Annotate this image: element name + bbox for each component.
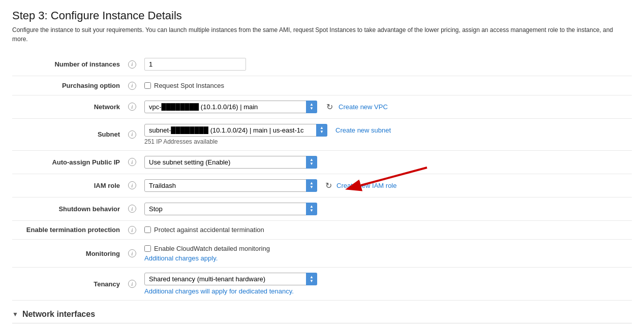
- termination-label: Protect against accidental termination: [154, 226, 264, 234]
- info-icon-auto-assign[interactable]: i: [128, 158, 136, 166]
- network-interfaces-divider: [12, 323, 632, 323]
- spot-instances-label: Request Spot Instances: [154, 82, 224, 89]
- control-number-of-instances: [140, 53, 632, 76]
- label-auto-assign-ip: Auto-assign Public IP: [12, 150, 124, 174]
- subnet-select-wrapper-inner: subnet-████████ (10.1.0.0/24) | main | u…: [144, 124, 327, 137]
- info-number-of-instances: i: [124, 53, 140, 76]
- info-purchasing-option: i: [124, 76, 140, 95]
- label-tenancy: Tenancy: [12, 268, 124, 301]
- create-iam-role-link[interactable]: Create new IAM role: [336, 182, 397, 189]
- control-termination-protection: Protect against accidental termination: [140, 220, 632, 240]
- label-shutdown-behavior: Shutdown behavior: [12, 197, 124, 220]
- termination-checkbox[interactable]: [144, 226, 151, 233]
- main-content: Step 3: Configure Instance Details Confi…: [0, 0, 644, 328]
- label-monitoring: Monitoring: [12, 240, 124, 268]
- info-subnet: i: [124, 118, 140, 150]
- network-interfaces-label: Network interfaces: [22, 310, 95, 319]
- control-purchasing-option: Request Spot Instances: [140, 76, 632, 95]
- info-monitoring: i: [124, 240, 140, 268]
- label-number-of-instances: Number of instances: [12, 53, 124, 76]
- termination-checkbox-label: Protect against accidental termination: [144, 226, 628, 234]
- row-termination-protection: Enable termination protection i Protect …: [12, 220, 632, 240]
- tenancy-select-wrapper: Shared tenancy (multi-tenant hardware) ▲…: [144, 273, 317, 285]
- network-interfaces-header: ▼ Network interfaces: [12, 306, 632, 323]
- network-refresh-button[interactable]: ↻: [323, 101, 335, 113]
- row-shutdown-behavior: Shutdown behavior i Stop ▲ ▼: [12, 197, 632, 220]
- info-icon-iam[interactable]: i: [128, 181, 136, 189]
- info-tenancy: i: [124, 268, 140, 301]
- control-network: vpc-████████ (10.1.0.0/16) | main ▲ ▼ ↻ …: [140, 95, 632, 118]
- info-icon-purchasing[interactable]: i: [128, 82, 136, 90]
- info-icon-network[interactable]: i: [128, 103, 136, 111]
- iam-row-controls: Traildash ▲ ▼ ↻ Create new IAM role: [144, 179, 628, 192]
- row-subnet: Subnet i subnet-████████ (10.1.0.0/24) |…: [12, 118, 632, 150]
- row-network: Network i vpc-████████ (10.1.0.0/16) | m…: [12, 95, 632, 118]
- monitoring-label: Enable CloudWatch detailed monitoring: [154, 245, 270, 252]
- form-table: Number of instances i Purchasing option …: [12, 53, 632, 301]
- network-select-wrapper: vpc-████████ (10.1.0.0/16) | main ▲ ▼ ↻ …: [144, 101, 628, 113]
- monitoring-checkbox-label: Enable CloudWatch detailed monitoring: [144, 245, 628, 252]
- label-iam-role: IAM role: [12, 174, 124, 197]
- tenancy-additional-charges-link[interactable]: Additional charges will apply for dedica…: [144, 287, 294, 295]
- label-purchasing-option: Purchasing option: [12, 76, 124, 95]
- label-subnet: Subnet: [12, 118, 124, 150]
- subnet-select[interactable]: subnet-████████ (10.1.0.0/24) | main | u…: [144, 124, 327, 137]
- monitoring-additional-charges-link[interactable]: Additional charges apply.: [144, 254, 218, 262]
- info-icon-shutdown[interactable]: i: [128, 205, 136, 213]
- network-select[interactable]: vpc-████████ (10.1.0.0/16) | main: [144, 101, 317, 113]
- info-icon-instances[interactable]: i: [128, 60, 136, 69]
- network-interfaces-chevron[interactable]: ▼: [12, 311, 18, 318]
- control-tenancy: Shared tenancy (multi-tenant hardware) ▲…: [140, 268, 632, 301]
- instances-input[interactable]: [144, 58, 246, 71]
- info-icon-subnet[interactable]: i: [128, 130, 136, 139]
- info-termination-protection: i: [124, 220, 140, 240]
- info-icon-termination[interactable]: i: [128, 226, 136, 234]
- info-network: i: [124, 95, 140, 118]
- page-wrapper: Step 3: Configure Instance Details Confi…: [0, 0, 644, 328]
- create-subnet-link[interactable]: Create new subnet: [335, 126, 391, 134]
- control-auto-assign-ip: Use subnet setting (Enable) ▲ ▼: [140, 150, 632, 174]
- auto-assign-select-wrapper: Use subnet setting (Enable) ▲ ▼: [144, 156, 317, 169]
- row-number-of-instances: Number of instances i: [12, 53, 632, 76]
- control-subnet: subnet-████████ (10.1.0.0/24) | main | u…: [140, 118, 632, 150]
- page-title: Step 3: Configure Instance Details: [12, 9, 632, 22]
- info-shutdown-behavior: i: [124, 197, 140, 220]
- row-iam-role: IAM role i Traildash ▲: [12, 174, 632, 197]
- row-auto-assign-ip: Auto-assign Public IP i Use subnet setti…: [12, 150, 632, 174]
- control-iam-role: Traildash ▲ ▼ ↻ Create new IAM role: [140, 174, 632, 197]
- label-termination-protection: Enable termination protection: [12, 220, 124, 240]
- ip-available-text: 251 IP Addresses available: [144, 138, 628, 145]
- iam-role-select[interactable]: Traildash: [144, 179, 317, 192]
- label-network: Network: [12, 95, 124, 118]
- iam-refresh-button[interactable]: ↻: [322, 179, 334, 191]
- tenancy-select[interactable]: Shared tenancy (multi-tenant hardware): [144, 273, 317, 285]
- network-select-wrapper-inner: vpc-████████ (10.1.0.0/16) | main ▲ ▼: [144, 101, 317, 113]
- monitoring-checkbox[interactable]: [144, 245, 151, 252]
- info-iam-role: i: [124, 174, 140, 197]
- page-description: Configure the instance to suit your requ…: [12, 25, 622, 44]
- row-purchasing-option: Purchasing option i Request Spot Instanc…: [12, 76, 632, 95]
- iam-select-wrapper: Traildash ▲ ▼: [144, 179, 317, 192]
- subnet-select-wrapper: subnet-████████ (10.1.0.0/24) | main | u…: [144, 124, 628, 137]
- spot-instances-checkbox[interactable]: [144, 82, 151, 89]
- network-interfaces-section: ▼ Network interfaces: [12, 301, 632, 328]
- row-tenancy: Tenancy i Shared tenancy (multi-tenant h…: [12, 268, 632, 301]
- info-icon-monitoring[interactable]: i: [128, 249, 136, 257]
- control-monitoring: Enable CloudWatch detailed monitoring Ad…: [140, 240, 632, 268]
- info-auto-assign-ip: i: [124, 150, 140, 174]
- shutdown-select-wrapper: Stop ▲ ▼: [144, 203, 317, 215]
- info-icon-tenancy[interactable]: i: [128, 280, 136, 288]
- auto-assign-select[interactable]: Use subnet setting (Enable): [144, 156, 317, 169]
- control-shutdown-behavior: Stop ▲ ▼: [140, 197, 632, 220]
- create-vpc-link[interactable]: Create new VPC: [339, 103, 388, 111]
- spot-instances-checkbox-label: Request Spot Instances: [144, 82, 628, 89]
- row-monitoring: Monitoring i Enable CloudWatch detailed …: [12, 240, 632, 268]
- shutdown-behavior-select[interactable]: Stop: [144, 203, 317, 215]
